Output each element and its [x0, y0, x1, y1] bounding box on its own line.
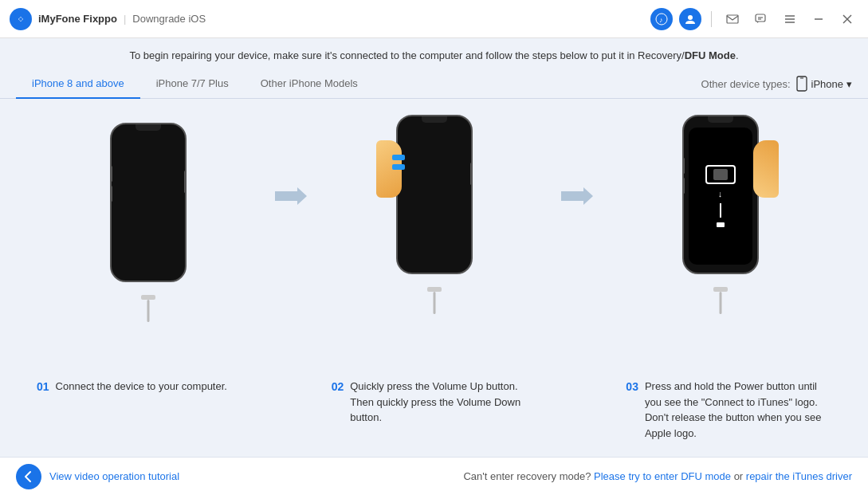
- device-type-value: iPhone: [811, 78, 843, 90]
- step2-desc-col: 02 Quickly press the Volume Up button. T…: [311, 369, 558, 450]
- music-icon-btn[interactable]: ♪: [650, 8, 673, 30]
- step2-num: 02: [332, 379, 344, 395]
- svg-text:♪: ♪: [659, 16, 663, 24]
- step3-num: 03: [626, 379, 638, 395]
- bottom-bar: View video operation tutorial Can't ente…: [0, 457, 868, 495]
- step1-phone: [104, 115, 192, 322]
- dropdown-arrow-icon: ▾: [846, 78, 852, 90]
- svg-rect-5: [727, 15, 738, 23]
- other-device-label: Other device types:: [701, 78, 791, 90]
- instruction-text: To begin repairing your device, make sur…: [129, 49, 738, 61]
- back-button[interactable]: [16, 464, 41, 489]
- svg-point-1: [19, 18, 22, 21]
- user-icon-btn[interactable]: [679, 8, 701, 30]
- arrow1: [272, 107, 310, 206]
- tab-iphone8-above[interactable]: iPhone 8 and above: [16, 69, 140, 99]
- device-type-select[interactable]: iPhone ▾: [795, 76, 852, 92]
- step1-desc: 01 Connect the device to your computer.: [24, 369, 255, 405]
- app-name: iMyFone Fixppo: [38, 13, 117, 25]
- back-arrow-icon: [22, 470, 35, 483]
- phone-icon: [795, 76, 808, 92]
- minimize-button[interactable]: [807, 8, 830, 30]
- repair-itunes-link[interactable]: repair the iTunes driver: [746, 470, 852, 482]
- steps-descriptions: 01 Connect the device to your computer. …: [0, 369, 868, 457]
- step3-desc-col: 03 Press and hold the Power button until…: [605, 369, 852, 450]
- cant-enter-text: Can't enter recovery mode?: [463, 470, 591, 482]
- step1-num: 01: [37, 379, 49, 395]
- app-subtitle: Downgrade iOS: [132, 13, 206, 25]
- tabs-row: iPhone 8 and above iPhone 7/7 Plus Other…: [0, 69, 868, 99]
- main-content: To begin repairing your device, make sur…: [0, 38, 868, 457]
- video-tutorial-link[interactable]: View video operation tutorial: [49, 470, 179, 482]
- bottom-right-info: Can't enter recovery mode? Please try to…: [463, 470, 852, 482]
- step1-text: Connect the device to your computer.: [56, 379, 227, 395]
- tab-other-iphone[interactable]: Other iPhone Models: [245, 69, 374, 99]
- close-button[interactable]: [836, 8, 858, 30]
- step2-desc: 02 Quickly press the Volume Up button. T…: [319, 369, 550, 435]
- titlebar-divider: [711, 11, 712, 27]
- tab-iphone7[interactable]: iPhone 7/7 Plus: [140, 69, 245, 99]
- step2-text: Quickly press the Volume Up button. Then…: [350, 379, 536, 426]
- arrow2-icon: [561, 187, 593, 206]
- step1-col: [24, 107, 272, 322]
- step3-col: ↓: [596, 107, 844, 314]
- svg-rect-15: [797, 77, 807, 91]
- step3-text: Press and hold the Power button until yo…: [645, 379, 831, 441]
- menu-icon-btn[interactable]: [779, 8, 801, 30]
- titlebar: iMyFone Fixppo | Downgrade iOS ♪: [0, 0, 868, 38]
- or-text: or: [734, 470, 746, 482]
- svg-marker-17: [275, 187, 307, 205]
- mail-icon-btn[interactable]: [721, 8, 744, 30]
- steps-illustrations: ↓: [0, 99, 868, 369]
- other-device-types: Other device types: iPhone ▾: [701, 76, 852, 92]
- step2-col: [310, 107, 558, 314]
- chat-icon-btn[interactable]: [750, 8, 772, 30]
- arrow1-icon: [275, 187, 307, 206]
- dfu-mode-link[interactable]: Please try to enter DFU mode: [594, 470, 731, 482]
- titlebar-controls: ♪: [650, 8, 858, 30]
- instruction-bar: To begin repairing your device, make sur…: [0, 38, 868, 69]
- svg-point-4: [688, 15, 693, 20]
- step1-desc-col: 01 Connect the device to your computer.: [16, 369, 263, 450]
- app-logo: [10, 8, 32, 30]
- step3-desc: 03 Press and hold the Power button until…: [613, 369, 844, 450]
- title-separator: |: [124, 13, 126, 25]
- svg-marker-18: [561, 187, 593, 205]
- arrow2: [558, 107, 596, 206]
